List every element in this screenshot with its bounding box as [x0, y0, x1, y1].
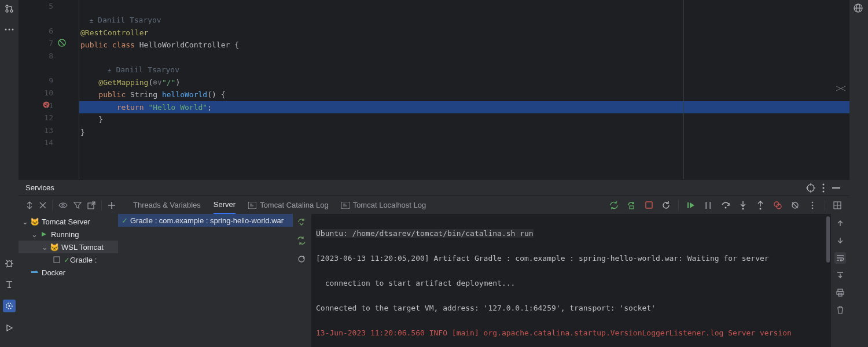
log-icon: [341, 202, 350, 209]
svg-rect-18: [248, 202, 256, 209]
add-icon[interactable]: [108, 201, 116, 209]
line-number: 11: [44, 101, 53, 110]
svg-point-5: [12, 29, 14, 31]
tab-threads[interactable]: Threads & Variables: [133, 196, 201, 214]
console-scrollbar[interactable]: [825, 214, 831, 347]
filter-icon[interactable]: [73, 201, 82, 209]
expand-collapse-icon[interactable]: [25, 201, 34, 209]
svg-rect-19: [341, 202, 350, 209]
minimize-icon[interactable]: [830, 182, 843, 194]
svg-rect-22: [687, 202, 689, 208]
step-over-icon[interactable]: [720, 200, 731, 211]
services-tabs: Threads & Variables Server Tomcat Catali…: [19, 195, 849, 214]
globe-icon[interactable]: [854, 3, 864, 14]
line-number: 8: [49, 51, 53, 60]
run-controls: [609, 200, 849, 211]
update-icon[interactable]: [609, 200, 619, 211]
svg-point-6: [7, 261, 12, 267]
author-hint: Daniil Tsaryov: [98, 16, 161, 24]
services-title: Services: [25, 183, 54, 192]
stop-icon[interactable]: [643, 200, 654, 211]
svg-point-8: [9, 305, 10, 307]
sync-icon[interactable]: [297, 254, 307, 265]
svg-point-33: [812, 207, 814, 209]
tab-server[interactable]: Server: [214, 196, 236, 214]
pause-icon[interactable]: [703, 200, 713, 211]
main-area: 5 6 7 8 9 10 11 12 13 14 ± Daniil Tsaryo…: [19, 0, 849, 347]
line-number: 14: [44, 138, 53, 147]
artifact-row[interactable]: ✓Gradle : com.example : spring-hello-wor…: [118, 214, 293, 227]
svg-rect-21: [646, 202, 652, 208]
docker-icon: [30, 270, 39, 275]
annotation: @RestController: [80, 28, 148, 37]
redeploy-icon[interactable]: [626, 200, 637, 211]
step-into-icon[interactable]: [738, 200, 748, 211]
breakpoints-icon[interactable]: [773, 200, 783, 211]
artifact-icon: [52, 256, 61, 263]
left-tool-strip: [0, 0, 19, 347]
restart-icon[interactable]: [661, 200, 671, 211]
editor-gutter[interactable]: 5 6 7 8 9 10 11 12 13 14: [19, 0, 79, 179]
more-vertical-icon[interactable]: [807, 200, 818, 211]
line-number: 5: [49, 2, 53, 10]
log-icon: [248, 202, 256, 209]
svg-rect-23: [705, 202, 707, 209]
editor-area: 5 6 7 8 9 10 11 12 13 14 ± Daniil Tsaryo…: [19, 0, 849, 179]
console-output[interactable]: Ubuntu: /home/dtsarev/tomcat/bin/catalin…: [311, 214, 825, 347]
print-icon[interactable]: [834, 287, 846, 298]
more-vertical-icon[interactable]: [817, 182, 830, 194]
inspection-icon[interactable]: [58, 39, 66, 47]
trash-icon[interactable]: [834, 304, 846, 316]
console-right-tools: [831, 214, 849, 347]
scroll-up-icon[interactable]: [834, 217, 846, 229]
mute-breakpoints-icon[interactable]: [790, 200, 800, 211]
line-number: 6: [49, 27, 53, 35]
services-tree[interactable]: ⌄🐱Tomcat Server ⌄Running ⌄🐱WSL Tomcat ✓ …: [19, 214, 118, 347]
svg-point-4: [9, 29, 10, 31]
svg-point-1: [6, 10, 8, 12]
show-icon[interactable]: [58, 202, 68, 208]
line-number: 7: [49, 39, 53, 47]
svg-rect-35: [54, 257, 60, 263]
line-number: 10: [44, 88, 53, 97]
step-out-icon[interactable]: [755, 200, 766, 211]
run-tool-icon[interactable]: [4, 323, 14, 333]
scroll-to-end-icon[interactable]: [834, 270, 846, 281]
console-area: Ubuntu: /home/dtsarev/tomcat/bin/catalin…: [293, 214, 849, 347]
tab-localhost[interactable]: Tomcat Localhost Log: [341, 196, 426, 214]
right-tool-strip: [849, 0, 868, 347]
tomcat-icon: 🐱: [30, 217, 39, 226]
services-tool-icon[interactable]: [3, 300, 16, 312]
tree-wsl-tomcat[interactable]: ⌄🐱WSL Tomcat: [19, 241, 118, 253]
target-icon[interactable]: [804, 182, 817, 194]
text-icon[interactable]: [4, 279, 14, 289]
line-number: 12: [44, 113, 53, 122]
svg-rect-24: [709, 202, 711, 209]
scroll-down-icon[interactable]: [834, 235, 846, 246]
svg-point-32: [812, 204, 814, 206]
services-header: Services: [19, 179, 849, 195]
redeploy-all-icon[interactable]: [297, 236, 307, 246]
author-hint: Daniil Tsaryov: [116, 65, 179, 74]
collapse-handle-icon[interactable]: [836, 86, 846, 94]
resume-icon[interactable]: [686, 200, 696, 211]
pull-requests-icon[interactable]: [4, 3, 14, 14]
svg-point-3: [5, 29, 7, 31]
play-icon: [39, 231, 49, 237]
svg-point-16: [62, 204, 64, 206]
artifact-column: ✓Gradle : com.example : spring-hello-wor…: [118, 214, 293, 347]
soft-wrap-icon[interactable]: [834, 252, 846, 264]
more-horizontal-icon[interactable]: [4, 24, 14, 35]
debug-icon[interactable]: [4, 258, 14, 268]
tab-catalina[interactable]: Tomcat Catalina Log: [248, 196, 329, 214]
services-body: ⌄🐱Tomcat Server ⌄Running ⌄🐱WSL Tomcat ✓ …: [19, 214, 849, 347]
deploy-icon[interactable]: [297, 217, 307, 228]
open-icon[interactable]: [87, 201, 95, 209]
layout-icon[interactable]: [832, 200, 843, 211]
close-icon[interactable]: [39, 202, 46, 209]
svg-point-26: [742, 208, 744, 209]
svg-point-25: [725, 206, 727, 208]
code-content[interactable]: ± Daniil Tsaryov @RestController public …: [79, 0, 849, 179]
line-number: 9: [49, 76, 53, 85]
tomcat-icon: 🐱: [50, 243, 59, 252]
